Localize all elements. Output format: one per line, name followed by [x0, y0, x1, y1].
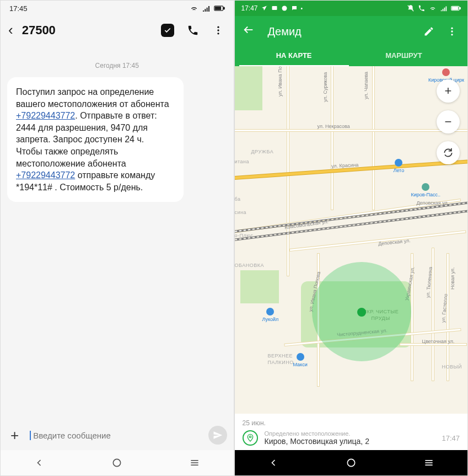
poi-label: Лето: [394, 168, 405, 173]
back-button[interactable]: ‹: [6, 22, 15, 39]
edit-button[interactable]: [422, 25, 435, 38]
message-input[interactable]: [30, 431, 200, 440]
svg-point-3: [217, 26, 219, 28]
battery-icon: [451, 6, 461, 11]
zoom-out-button[interactable]: −: [437, 110, 460, 133]
back-button[interactable]: [239, 24, 258, 39]
attach-button[interactable]: +: [7, 427, 22, 444]
district-label: ПАЛКИНО: [268, 360, 294, 365]
poi-leto[interactable]: Лето: [394, 159, 405, 173]
svg-point-21: [347, 459, 354, 466]
road: [235, 130, 468, 131]
conversation-title[interactable]: 27500: [22, 23, 161, 38]
svg-point-4: [217, 29, 219, 31]
call-status-icon: [418, 4, 426, 12]
svg-point-6: [114, 459, 121, 466]
location-pin[interactable]: [357, 308, 366, 317]
location-card[interactable]: 25 июн. Определено местоположение. Киров…: [235, 414, 468, 450]
send-button[interactable]: [208, 426, 227, 445]
more-menu-button[interactable]: [445, 25, 459, 38]
svg-point-17: [451, 28, 453, 29]
street-label: Цветочная ул.: [422, 339, 455, 344]
road: [373, 66, 374, 210]
chat-icon: [271, 5, 278, 12]
road: [331, 66, 333, 210]
nav-recents-icon[interactable]: [422, 456, 435, 469]
phone-link-2[interactable]: +79229443772: [16, 170, 75, 180]
contact-name[interactable]: Демид: [268, 25, 413, 38]
park-area: [240, 270, 279, 303]
nav-home-icon[interactable]: [110, 456, 123, 469]
poi-maxi[interactable]: Макси: [293, 353, 308, 367]
park-area: [235, 66, 262, 110]
district-label: итана: [235, 159, 250, 164]
locator-header: Демид НА КАРТЕ МАРШРУТ: [235, 16, 468, 66]
sms-header: ‹ 27500: [1, 16, 234, 46]
nav-home-icon[interactable]: [345, 456, 358, 469]
street-label: ул. Некрасова: [318, 124, 350, 129]
district-label: ВЕРХНЕЕ: [268, 353, 293, 359]
location-time: 17:47: [442, 434, 460, 442]
conversation-body[interactable]: Сегодня 17:45 Поступил запрос на определ…: [1, 46, 234, 420]
skype-icon: [281, 5, 288, 12]
svg-point-11: [282, 6, 287, 11]
district-label: ДРУЖБА: [251, 149, 274, 154]
phone-link-1[interactable]: +79229443772: [16, 111, 75, 120]
district-label: ба: [235, 196, 241, 202]
svg-point-20: [249, 436, 251, 437]
svg-point-18: [451, 30, 453, 32]
nav-recents-icon[interactable]: [188, 456, 201, 469]
more-menu-button[interactable]: [212, 24, 225, 37]
svg-rect-2: [215, 7, 220, 10]
poi-label: Макси: [293, 362, 308, 367]
locator-app-screen: 17:47 • Демид: [234, 0, 469, 476]
message-timestamp: Сегодня 17:45: [7, 62, 227, 69]
refresh-button[interactable]: [437, 141, 460, 164]
map-view[interactable]: ул. Некрасова ул. Красина Комсомольская …: [235, 66, 468, 414]
street-label: Новая ул.: [450, 267, 455, 290]
tabs: НА КАРТЕ МАРШРУТ: [239, 45, 459, 66]
incoming-message-bubble[interactable]: Поступил запрос на определение вашего ме…: [7, 77, 184, 202]
poi-station[interactable]: Киров-Пасс..: [411, 183, 441, 197]
msg-text-1: Поступил запрос на определение вашего ме…: [16, 87, 169, 109]
message-composer: +: [1, 420, 234, 450]
status-time: 17:45: [9, 4, 28, 13]
street-label: ул. Чапаева: [363, 72, 369, 99]
signal-icon: [440, 4, 448, 12]
road: [287, 66, 289, 276]
location-status: Определено местоположение.: [265, 430, 435, 437]
call-button[interactable]: [186, 24, 200, 37]
street-label: ул. Ивана Попова: [277, 66, 283, 97]
mute-icon: [407, 4, 415, 12]
system-nav-bar: [1, 450, 234, 475]
map-controls: + −: [437, 79, 460, 164]
zoom-in-button[interactable]: +: [437, 79, 460, 103]
railway: [235, 192, 468, 234]
poi-lukoil[interactable]: Лукойл: [262, 308, 279, 322]
status-time: 17:47: [241, 4, 258, 12]
district-label: о-Плюс: [235, 233, 254, 238]
signal-icon: [202, 4, 211, 13]
svg-rect-1: [223, 7, 224, 9]
nav-back-icon[interactable]: [33, 456, 46, 469]
msg-text-3: Чтобы также определять местоположение аб…: [16, 147, 126, 168]
location-address: Киров, Мостовицкая улица, 2: [265, 437, 435, 446]
tab-map[interactable]: НА КАРТЕ: [239, 45, 349, 66]
street-label: Деповская ул.: [417, 200, 449, 206]
system-nav-bar: [235, 450, 468, 475]
nav-back-icon[interactable]: [267, 456, 280, 469]
verified-badge-icon[interactable]: [161, 24, 174, 37]
sms-app-screen: 17:45 ‹ 27500 Сегодня 17:45 Поступил зап…: [0, 0, 234, 476]
svg-rect-15: [452, 7, 458, 10]
battery-icon: [214, 5, 225, 12]
poi-label: Киров-Пасс..: [411, 192, 441, 197]
tab-route[interactable]: МАРШРУТ: [349, 45, 459, 66]
svg-point-19: [451, 34, 453, 35]
telegram-icon: [261, 5, 268, 12]
wifi-icon: [429, 4, 437, 12]
status-bar: 17:47 •: [235, 1, 468, 16]
status-bar: 17:45: [1, 1, 234, 16]
location-icon: [243, 430, 258, 446]
district-label: сина: [235, 210, 247, 215]
message-icon: [291, 5, 298, 12]
